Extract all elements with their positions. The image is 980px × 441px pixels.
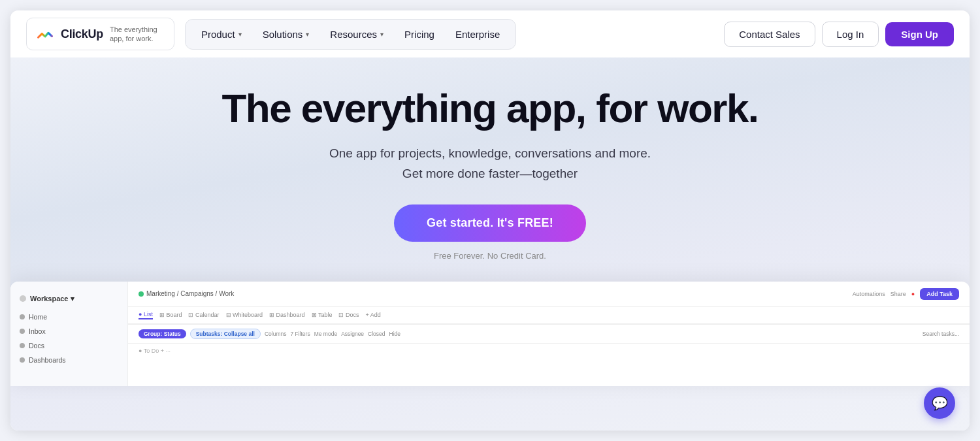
preview-share: Share: [890, 291, 906, 297]
login-button[interactable]: Log In: [822, 22, 879, 47]
logo-name: ClickUp: [61, 27, 103, 41]
cta-button[interactable]: Get started. It's FREE!: [394, 204, 586, 242]
nav-item-pricing[interactable]: Pricing: [395, 24, 444, 45]
preview-breadcrumb: Marketing / Campaigns / Work: [139, 290, 234, 297]
sidebar-preview-item-dashboards: Dashboards: [10, 353, 127, 367]
preview-tab-add: + Add: [365, 312, 380, 318]
preview-filters: Group: Status Subtasks: Collapse all Col…: [128, 325, 970, 344]
nav-item-resources[interactable]: Resources ▾: [321, 24, 393, 45]
chat-bubble-button[interactable]: 💬: [924, 387, 955, 419]
navbar: ClickUp The everything app, for work. Pr…: [10, 10, 970, 57]
filter-assignee: Assignee: [341, 331, 364, 337]
contact-sales-button[interactable]: Contact Sales: [724, 22, 815, 47]
chat-icon: 💬: [932, 395, 948, 411]
hero-subtitle: One app for projects, knowledge, convers…: [329, 144, 651, 184]
hero-footnote: Free Forever. No Credit Card.: [434, 251, 546, 261]
preview-tab-board: ⊞ Board: [159, 312, 182, 318]
filter-closed: Closed: [368, 331, 385, 337]
sidebar-item-dot: [20, 357, 25, 363]
page-wrapper: ClickUp The everything app, for work. Pr…: [10, 10, 970, 431]
preview-topbar: Marketing / Campaigns / Work Automations…: [128, 282, 970, 307]
sidebar-item-dot: [20, 314, 25, 319]
preview-main: Marketing / Campaigns / Work Automations…: [128, 282, 970, 386]
preview-tab-dashboard: ⊞ Dashboard: [269, 312, 305, 318]
nav-item-enterprise[interactable]: Enterprise: [446, 24, 509, 45]
filter-group-status: Group: Status: [139, 329, 186, 338]
navbar-left: ClickUp The everything app, for work. Pr…: [26, 18, 516, 51]
preview-row-placeholder: ● To Do + ···: [139, 348, 171, 354]
navbar-nav: Product ▾ Solutions ▾ Resources ▾ Pricin…: [185, 19, 516, 50]
signup-button[interactable]: Sign Up: [885, 22, 954, 46]
clickup-logo-icon: [36, 25, 54, 43]
preview-automations: Automations: [853, 291, 885, 297]
filter-hide: Hide: [389, 331, 400, 337]
preview-tab-whiteboard: ⊟ Whiteboard: [226, 312, 263, 318]
preview-content: ● To Do + ···: [128, 344, 970, 358]
workspace-dot: [20, 295, 26, 302]
chevron-down-icon: ▾: [306, 31, 309, 38]
preview-tab-docs: ⊡ Docs: [338, 312, 359, 318]
preview-sidebar: Workspace ▾ Home Inbox Docs Dashboards: [10, 282, 128, 386]
nav-item-solutions[interactable]: Solutions ▾: [253, 24, 319, 45]
app-preview: Workspace ▾ Home Inbox Docs Dashboards: [10, 282, 970, 386]
preview-tabs: ● List ⊞ Board ⊡ Calendar ⊟ Whiteboard ⊞…: [128, 307, 970, 325]
sidebar-item-dot: [20, 329, 25, 334]
nav-item-product[interactable]: Product ▾: [192, 24, 251, 45]
logo-tagline: The everything app, for work.: [110, 25, 162, 44]
preview-tab-calendar: ⊡ Calendar: [188, 312, 219, 318]
filter-subtasks: Subtasks: Collapse all: [190, 329, 261, 339]
navbar-right: Contact Sales Log In Sign Up: [724, 22, 954, 47]
filter-7-filters: 7 Filters: [290, 331, 310, 337]
sidebar-preview-item-inbox: Inbox: [10, 324, 127, 338]
preview-workspace-label: Workspace ▾: [10, 291, 127, 307]
hero-title: The everything app, for work.: [221, 86, 758, 131]
filter-me-mode: Me mode: [314, 331, 337, 337]
chevron-down-icon: ▾: [380, 31, 384, 38]
sidebar-preview-item-docs: Docs: [10, 338, 127, 353]
sidebar-preview-item-home: Home: [10, 310, 127, 324]
filter-search: Search tasks...: [923, 331, 959, 337]
preview-tab-list: ● List: [139, 311, 153, 319]
logo-container[interactable]: ClickUp The everything app, for work.: [26, 18, 174, 51]
bc-dot: [139, 291, 144, 297]
preview-add-task: Add Task: [920, 288, 959, 300]
preview-actions: Automations Share ● Add Task: [853, 288, 959, 300]
chevron-down-icon: ▾: [238, 31, 242, 38]
filter-columns: Columns: [265, 331, 287, 337]
preview-tab-table: ⊠ Table: [312, 312, 333, 318]
hero-section: The everything app, for work. One app fo…: [10, 57, 970, 431]
sidebar-item-dot: [20, 343, 25, 348]
